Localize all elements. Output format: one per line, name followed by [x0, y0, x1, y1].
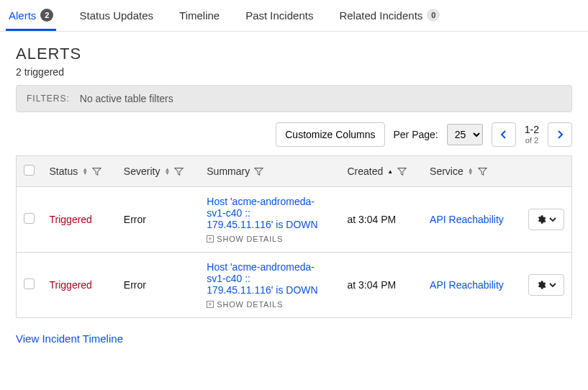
column-header-service[interactable]: Service ▲▼	[422, 156, 521, 187]
column-label: Severity	[124, 165, 160, 177]
tab-alerts[interactable]: Alerts 2	[6, 0, 56, 31]
filters-bar: FILTERS: No active table filters	[16, 85, 572, 112]
tab-label: Alerts	[9, 9, 36, 22]
row-checkbox[interactable]	[24, 213, 35, 224]
svg-marker-4	[478, 168, 486, 175]
table-header-row: Status ▲▼ Severity ▲▼ Summary	[17, 156, 572, 187]
tab-status-updates[interactable]: Status Updates	[76, 0, 156, 31]
page-range: 1-2	[525, 124, 539, 135]
severity-value: Error	[124, 279, 146, 291]
show-details-button[interactable]: + SHOW DETAILS	[207, 300, 283, 309]
row-actions-button[interactable]	[528, 274, 564, 296]
filters-label: FILTERS:	[27, 94, 70, 104]
sort-icon: ▲▼	[164, 168, 170, 175]
tab-past-incidents[interactable]: Past Incidents	[243, 0, 316, 31]
status-value: Triggered	[50, 214, 92, 225]
page-total: of 2	[525, 136, 539, 145]
created-value: at 3:04 PM	[347, 279, 396, 291]
chevron-down-icon	[549, 216, 556, 223]
chevron-left-icon	[500, 130, 507, 139]
per-page-label: Per Page:	[394, 129, 438, 140]
tabs-bar: Alerts 2 Status Updates Timeline Past In…	[0, 0, 588, 32]
plus-icon: +	[207, 301, 214, 308]
tab-label: Related Incidents	[339, 9, 422, 22]
tab-label: Status Updates	[79, 9, 153, 22]
svg-marker-2	[255, 168, 263, 175]
prev-page-button[interactable]	[492, 122, 516, 147]
page-title: ALERTS	[16, 45, 572, 63]
column-header-status[interactable]: Status ▲▼	[42, 156, 117, 187]
chevron-down-icon	[549, 281, 556, 289]
per-page-select[interactable]: 25	[447, 124, 483, 145]
filter-icon[interactable]	[397, 167, 407, 176]
status-value: Triggered	[50, 279, 92, 291]
tab-badge: 0	[427, 9, 440, 22]
column-label: Created	[347, 165, 383, 177]
show-details-label: SHOW DETAILS	[217, 300, 283, 309]
table-toolbar: Customize Columns Per Page: 25 1-2 of 2	[16, 122, 572, 147]
row-actions-button[interactable]	[528, 209, 564, 230]
select-all-checkbox[interactable]	[24, 165, 35, 176]
summary-link[interactable]: Host 'acme-andromeda-sv1-c40 :: 179.45.1…	[207, 261, 318, 296]
column-label: Service	[430, 165, 463, 177]
sort-icon: ▲	[387, 170, 393, 173]
customize-columns-button[interactable]: Customize Columns	[276, 122, 384, 147]
page-subtitle: 2 triggered	[16, 66, 572, 78]
svg-marker-1	[175, 168, 183, 175]
filter-icon[interactable]	[478, 167, 487, 176]
summary-link[interactable]: Host 'acme-andromeda-sv1-c40 :: 179.45.1…	[207, 196, 318, 230]
column-header-severity[interactable]: Severity ▲▼	[117, 156, 199, 187]
svg-marker-0	[93, 168, 101, 175]
view-timeline-link[interactable]: View Incident Timeline	[16, 332, 123, 345]
filter-icon[interactable]	[174, 167, 184, 176]
tab-label: Past Incidents	[245, 9, 313, 22]
service-link[interactable]: API Reachability	[430, 214, 504, 225]
column-header-summary[interactable]: Summary	[199, 156, 340, 187]
next-page-button[interactable]	[548, 122, 572, 147]
tab-timeline[interactable]: Timeline	[176, 0, 222, 31]
tab-label: Timeline	[179, 9, 220, 22]
column-header-created[interactable]: Created ▲	[340, 156, 422, 187]
alerts-table: Status ▲▼ Severity ▲▼ Summary	[16, 155, 572, 318]
column-label: Summary	[207, 165, 250, 177]
plus-icon: +	[207, 235, 214, 242]
table-row: Triggered Error Host 'acme-andromeda-sv1…	[17, 187, 572, 253]
column-label: Status	[50, 165, 78, 177]
row-checkbox[interactable]	[24, 278, 35, 289]
sort-icon: ▲▼	[82, 168, 88, 175]
tab-related-incidents[interactable]: Related Incidents 0	[336, 0, 443, 31]
show-details-button[interactable]: + SHOW DETAILS	[207, 235, 283, 243]
filters-text: No active table filters	[80, 93, 173, 104]
gear-icon	[536, 280, 546, 290]
page-count: 1-2 of 2	[525, 124, 539, 144]
filter-icon[interactable]	[92, 167, 101, 176]
sort-icon: ▲▼	[468, 168, 474, 175]
chevron-right-icon	[556, 130, 564, 139]
show-details-label: SHOW DETAILS	[217, 235, 283, 243]
filter-icon[interactable]	[254, 167, 263, 176]
service-link[interactable]: API Reachability	[430, 279, 504, 291]
created-value: at 3:04 PM	[347, 214, 396, 225]
tab-badge: 2	[40, 9, 53, 22]
severity-value: Error	[124, 214, 146, 225]
svg-marker-3	[398, 168, 406, 175]
table-row: Triggered Error Host 'acme-andromeda-sv1…	[17, 253, 572, 318]
gear-icon	[536, 214, 546, 225]
